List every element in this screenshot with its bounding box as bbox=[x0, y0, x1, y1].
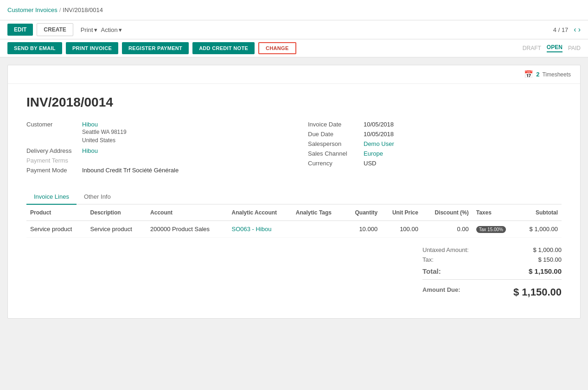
cell-account: 200000 Product Sales bbox=[147, 221, 228, 238]
print-button[interactable]: Print ▾ bbox=[81, 26, 97, 33]
totals-table: Untaxed Amount: $ 1,000.00 Tax: $ 150.00… bbox=[422, 245, 562, 300]
edit-button[interactable]: EDIT bbox=[7, 24, 33, 36]
invoice-table: Product Description Account Analytic Acc… bbox=[26, 205, 562, 238]
prev-button[interactable]: ‹ bbox=[574, 25, 576, 34]
payment-terms-label: Payment Terms bbox=[26, 157, 82, 164]
col-header-description: Description bbox=[87, 205, 147, 221]
cell-description: Service product bbox=[87, 221, 147, 238]
col-header-taxes: Taxes bbox=[473, 205, 518, 221]
main-content: 📅 2 Timesheets INV/2018/0014 Customer Hi… bbox=[0, 57, 588, 326]
total-value: $ 1,150.00 bbox=[515, 267, 562, 275]
cell-product: Service product bbox=[26, 221, 87, 238]
action-button[interactable]: Action ▾ bbox=[101, 26, 122, 33]
customer-name[interactable]: Hibou bbox=[82, 121, 127, 128]
invoice-meta: Customer Hibou Seattle WA 98119 United S… bbox=[26, 121, 562, 176]
card-header: 📅 2 Timesheets bbox=[8, 65, 580, 84]
delivery-address-row: Delivery Address Hibou bbox=[26, 147, 280, 154]
breadcrumb-separator: / bbox=[59, 6, 61, 13]
tab-other-info[interactable]: Other Info bbox=[77, 189, 118, 205]
tax-row: Tax: $ 150.00 bbox=[422, 255, 562, 264]
invoice-date-row: Invoice Date 10/05/2018 bbox=[308, 121, 562, 128]
cell-analytic-tags bbox=[292, 221, 345, 238]
print-label: Print bbox=[81, 26, 93, 33]
breadcrumb-bar: Customer Invoices / INV/2018/0014 bbox=[0, 0, 588, 20]
invoice-number: INV/2018/0014 bbox=[26, 95, 562, 110]
customer-label: Customer bbox=[26, 121, 82, 128]
col-header-analytic-tags: Analytic Tags bbox=[292, 205, 345, 221]
customer-value: Hibou Seattle WA 98119 United States bbox=[82, 121, 127, 145]
payment-terms-row: Payment Terms bbox=[26, 157, 280, 164]
tax-badge: Tax 15.00% bbox=[476, 226, 506, 233]
untaxed-label: Untaxed Amount: bbox=[422, 246, 478, 253]
add-credit-note-button[interactable]: ADD CREDIT NOTE bbox=[192, 42, 255, 54]
breadcrumb: Customer Invoices / INV/2018/0014 bbox=[7, 6, 103, 13]
status-bar: DRAFT OPEN PAID bbox=[523, 44, 581, 52]
cell-analytic-account: SO063 - Hibou bbox=[228, 221, 292, 238]
col-header-account: Account bbox=[147, 205, 228, 221]
meta-right: Invoice Date 10/05/2018 Due Date 10/05/2… bbox=[308, 121, 562, 176]
total-label: Total: bbox=[422, 267, 450, 275]
invoice-date-value: 10/05/2018 bbox=[364, 121, 394, 128]
payment-mode-label: Payment Mode bbox=[26, 167, 82, 174]
invoice-card: 📅 2 Timesheets INV/2018/0014 Customer Hi… bbox=[7, 65, 581, 319]
untaxed-value: $ 1,000.00 bbox=[515, 246, 562, 253]
customer-address2: United States bbox=[82, 136, 127, 145]
customer-row: Customer Hibou Seattle WA 98119 United S… bbox=[26, 121, 280, 145]
meta-left: Customer Hibou Seattle WA 98119 United S… bbox=[26, 121, 280, 176]
customer-address1: Seattle WA 98119 bbox=[82, 128, 127, 136]
invoice-body: INV/2018/0014 Customer Hibou Seattle WA … bbox=[8, 84, 580, 318]
change-button[interactable]: CHANGE bbox=[258, 42, 296, 54]
cell-taxes: Tax 15.00% bbox=[473, 221, 518, 238]
col-header-discount: Discount (%) bbox=[422, 205, 473, 221]
invoice-date-label: Invoice Date bbox=[308, 121, 364, 128]
secondary-bar: SEND BY EMAIL PRINT INVOICE REGISTER PAY… bbox=[0, 39, 588, 57]
action-label: Action bbox=[101, 26, 118, 33]
create-button[interactable]: CREATE bbox=[37, 23, 73, 36]
status-paid: PAID bbox=[568, 45, 581, 51]
amount-due-label: Amount Due: bbox=[422, 286, 470, 298]
payment-mode-value: Inbound Credit Trf Société Générale bbox=[82, 167, 179, 174]
salesperson-value[interactable]: Demo User bbox=[364, 140, 394, 147]
tab-invoice-lines[interactable]: Invoice Lines bbox=[26, 189, 77, 205]
col-header-analytic-account: Analytic Account bbox=[228, 205, 292, 221]
salesperson-label: Salesperson bbox=[308, 140, 364, 147]
col-header-subtotal: Subtotal bbox=[518, 205, 562, 221]
tax-label: Tax: bbox=[422, 256, 443, 263]
cell-discount: 0.00 bbox=[422, 221, 473, 238]
timesheet-count: 2 bbox=[536, 71, 539, 78]
action-bar-left: EDIT CREATE Print ▾ Action ▾ bbox=[7, 23, 122, 36]
register-payment-button[interactable]: REGISTER PAYMENT bbox=[122, 42, 189, 54]
send-by-email-button[interactable]: SEND BY EMAIL bbox=[7, 42, 62, 54]
action-chevron-icon: ▾ bbox=[119, 26, 122, 33]
currency-value: USD bbox=[364, 160, 376, 167]
payment-mode-row: Payment Mode Inbound Credit Trf Société … bbox=[26, 167, 280, 174]
delivery-address-value[interactable]: Hibou bbox=[82, 147, 98, 154]
untaxed-row: Untaxed Amount: $ 1,000.00 bbox=[422, 245, 562, 255]
timesheet-label: Timesheets bbox=[542, 71, 571, 78]
sales-channel-value[interactable]: Europe bbox=[364, 150, 383, 157]
print-chevron-icon: ▾ bbox=[94, 26, 97, 33]
cell-unit-price: 100.00 bbox=[381, 221, 422, 238]
calendar-icon: 📅 bbox=[524, 70, 533, 79]
table-row: Service product Service product 200000 P… bbox=[26, 221, 562, 238]
breadcrumb-parent[interactable]: Customer Invoices bbox=[7, 6, 58, 13]
secondary-bar-left: SEND BY EMAIL PRINT INVOICE REGISTER PAY… bbox=[7, 42, 296, 54]
nav-arrows: ‹ › bbox=[574, 25, 581, 34]
pagination-text: 4 / 17 bbox=[553, 26, 569, 33]
amount-due-value: $ 1,150.00 bbox=[513, 286, 562, 298]
sales-channel-row: Sales Channel Europe bbox=[308, 150, 562, 157]
total-row: Total: $ 1,150.00 bbox=[422, 264, 562, 277]
cell-subtotal: $ 1,000.00 bbox=[518, 221, 562, 238]
tax-value: $ 150.00 bbox=[515, 256, 562, 263]
currency-row: Currency USD bbox=[308, 160, 562, 167]
currency-label: Currency bbox=[308, 160, 364, 167]
cell-quantity: 10.000 bbox=[345, 221, 381, 238]
amount-due-row: Amount Due: $ 1,150.00 bbox=[422, 283, 562, 300]
status-open: OPEN bbox=[547, 44, 562, 52]
col-header-quantity: Quantity bbox=[345, 205, 381, 221]
next-button[interactable]: › bbox=[578, 25, 581, 34]
print-invoice-button[interactable]: PRINT INVOICE bbox=[66, 42, 118, 54]
col-header-product: Product bbox=[26, 205, 87, 221]
timesheet-badge[interactable]: 📅 2 Timesheets bbox=[524, 70, 571, 79]
due-date-value: 10/05/2018 bbox=[364, 131, 394, 138]
